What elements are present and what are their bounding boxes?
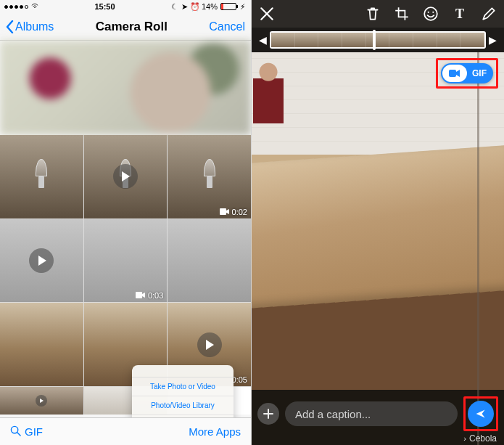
duration-label: 0:03 (148, 291, 163, 300)
caption-bar: Add a caption... (252, 397, 504, 430)
svg-rect-0 (220, 208, 226, 215)
video-preview[interactable]: GIF Add a caption... › Cebola (252, 52, 504, 445)
cancel-button[interactable]: Cancel (209, 20, 245, 33)
emoji-icon[interactable] (423, 6, 439, 22)
send-icon (475, 408, 487, 420)
photo-thumbnail[interactable] (0, 303, 83, 386)
svg-rect-9 (449, 70, 456, 77)
status-time: 15:50 (94, 2, 115, 11)
duration-label: 0:05 (232, 375, 247, 384)
chevron-right-icon: ▶ (489, 34, 497, 46)
photo-thumbnail[interactable] (84, 135, 168, 219)
send-button[interactable] (468, 401, 494, 427)
chevron-right-icon: › (463, 434, 466, 443)
svg-point-7 (428, 12, 429, 13)
svg-point-6 (424, 7, 437, 20)
svg-point-8 (432, 12, 434, 13)
video-thumbnail[interactable]: 0:02 (168, 135, 251, 219)
photo-thumbnail[interactable] (0, 387, 83, 415)
battery-icon (220, 3, 236, 10)
duration-label: 0:02 (232, 208, 247, 216)
menu-option-camera[interactable]: Take Photo or Video (132, 377, 234, 396)
play-icon (36, 395, 47, 407)
recipient-label[interactable]: › Cebola (463, 433, 497, 444)
trash-icon[interactable] (365, 6, 381, 22)
text-icon[interactable]: T (452, 6, 468, 22)
play-icon (113, 164, 138, 189)
menu-header (132, 365, 234, 377)
play-icon (197, 332, 222, 357)
search-icon (10, 425, 21, 438)
location-icon: ➤ (181, 3, 189, 10)
video-editor-screen: T ◀ ▶ (252, 0, 504, 445)
photo-thumbnail[interactable] (0, 135, 83, 219)
draw-icon[interactable] (481, 6, 497, 22)
video-thumbnail[interactable] (0, 219, 83, 303)
chevron-left-icon: ◀ (259, 34, 267, 46)
camera-roll-screen: 15:50 ☾ ➤ ⏰ 14% ⚡︎ Albums Camera Roll Ca… (0, 0, 252, 445)
navigation-bar: Albums Camera Roll Cancel (0, 13, 251, 41)
timeline-filmstrip[interactable] (270, 31, 486, 49)
editor-toolbar: T (252, 0, 504, 28)
more-apps-button[interactable]: More Apps (189, 425, 241, 438)
video-icon (136, 291, 145, 300)
photo-grid: 0:02 0:03 0:05 (0, 135, 251, 386)
do-not-disturb-icon: ☾ (171, 3, 178, 10)
back-label: Albums (15, 20, 54, 33)
video-thumbnail[interactable]: 0:03 (84, 219, 168, 303)
gif-label: GIF (25, 425, 43, 438)
gif-search-button[interactable]: GIF (10, 425, 43, 438)
video-icon (449, 69, 460, 78)
video-icon (220, 208, 229, 216)
video-timeline[interactable]: ◀ ▶ (252, 28, 504, 52)
toggle-video-mode[interactable] (442, 65, 467, 82)
chevron-left-icon (6, 20, 14, 33)
svg-line-3 (17, 432, 20, 435)
menu-option-library[interactable]: Photo/Video Library (132, 396, 234, 415)
alarm-icon: ⏰ (191, 3, 199, 10)
signal-strength-icon (4, 5, 28, 9)
video-gif-toggle[interactable]: GIF (441, 63, 493, 83)
recent-photo-preview[interactable] (0, 41, 251, 135)
caption-input[interactable]: Add a caption... (285, 401, 458, 426)
close-button[interactable] (259, 6, 275, 22)
charging-icon: ⚡︎ (239, 3, 247, 10)
crop-icon[interactable] (394, 6, 410, 22)
battery-percent: 14% (202, 2, 218, 11)
photo-thumbnail[interactable] (168, 219, 251, 303)
play-icon (29, 248, 54, 273)
add-media-button[interactable] (257, 403, 279, 425)
svg-rect-1 (136, 292, 142, 298)
wifi-icon (31, 3, 38, 10)
caption-placeholder: Add a caption... (295, 408, 371, 420)
timeline-playhead[interactable] (373, 30, 376, 50)
recipient-name: Cebola (469, 433, 497, 444)
bottom-toolbar: GIF More Apps (0, 417, 251, 445)
page-title: Camera Roll (96, 20, 168, 34)
highlight-gif-toggle: GIF (436, 58, 498, 89)
plus-icon (263, 408, 274, 420)
back-button[interactable]: Albums (6, 20, 54, 33)
highlight-send-button (463, 396, 498, 431)
toggle-gif-mode[interactable]: GIF (467, 65, 492, 82)
status-bar: 15:50 ☾ ➤ ⏰ 14% ⚡︎ (0, 0, 251, 13)
